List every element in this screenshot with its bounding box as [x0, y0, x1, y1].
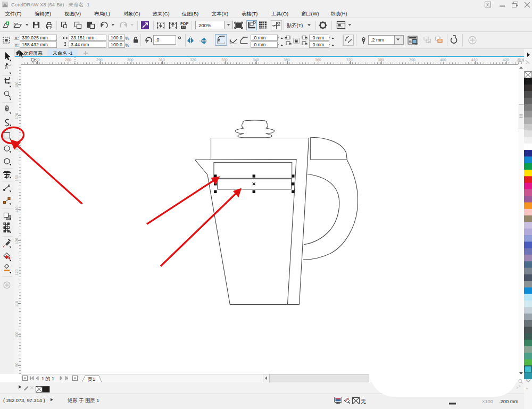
- svg-text:×100: ×100: [482, 399, 493, 404]
- svg-text:.200 mm: .200 mm: [499, 399, 518, 404]
- svg-text:无: 无: [361, 398, 366, 404]
- svg-text:矩形 于 图层 1: 矩形 于 图层 1: [68, 398, 99, 403]
- svg-text:( 282.073, 97.314 ): ( 282.073, 97.314 ): [3, 398, 45, 403]
